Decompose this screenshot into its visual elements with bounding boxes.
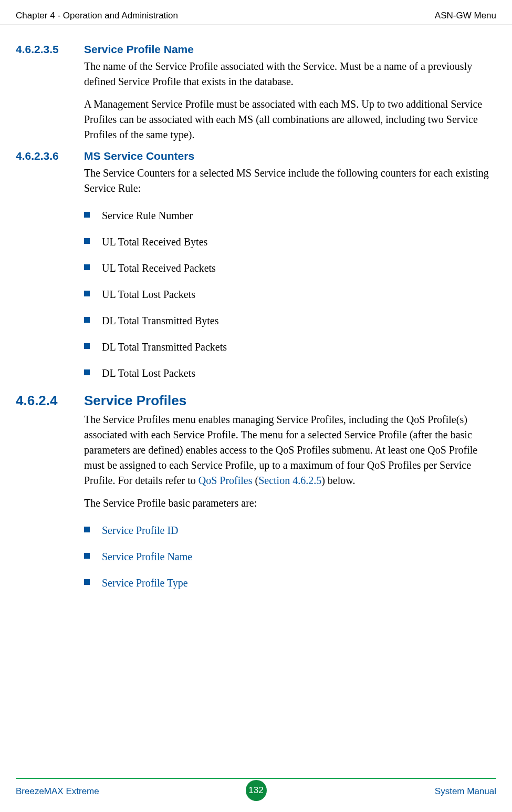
section-heading: 4.6.2.4 Service Profiles (16, 393, 496, 409)
section-body: The Service Profiles menu enables managi… (84, 412, 496, 511)
list-item: UL Total Lost Packets (84, 287, 496, 301)
paragraph: The Service Profiles menu enables managi… (84, 412, 496, 488)
xref-link[interactable]: Service Profile Type (102, 577, 188, 589)
section-heading: 4.6.2.3.6 MS Service Counters (16, 150, 496, 162)
paragraph: A Management Service Profile must be ass… (84, 97, 496, 142)
footer-rule (16, 778, 496, 779)
section-number: 4.6.2.3.6 (16, 150, 84, 162)
param-list: Service Profile ID Service Profile Name … (84, 523, 496, 590)
list-item: Service Profile Name (84, 550, 496, 563)
paragraph: The Service Profile basic parameters are… (84, 496, 496, 511)
section-title: Service Profile Name (84, 43, 194, 56)
text-run: ) below. (321, 475, 355, 486)
section-number: 4.6.2.3.5 (16, 43, 84, 56)
running-header: Chapter 4 - Operation and Administration… (0, 11, 512, 25)
section-body: The name of the Service Profile associat… (84, 59, 496, 142)
list-item: Service Rule Number (84, 209, 496, 222)
counter-list: Service Rule Number UL Total Received By… (84, 209, 496, 380)
page: Chapter 4 - Operation and Administration… (0, 0, 512, 812)
footer-doc-title: System Manual (435, 783, 496, 800)
list-item: UL Total Received Bytes (84, 235, 496, 249)
xref-link[interactable]: Service Profile Name (102, 551, 192, 562)
list-item: DL Total Lost Packets (84, 366, 496, 380)
header-chapter: Chapter 4 - Operation and Administration (16, 11, 178, 21)
xref-link[interactable]: Section 4.6.2.5 (258, 475, 321, 486)
section-body: The Service Counters for a selected MS S… (84, 166, 496, 196)
list-item: Service Profile Type (84, 576, 496, 590)
section-title: Service Profiles (84, 393, 186, 409)
list-item: Service Profile ID (84, 523, 496, 537)
footer-product: BreezeMAX Extreme (16, 783, 99, 800)
paragraph: The name of the Service Profile associat… (84, 59, 496, 89)
section-number: 4.6.2.4 (16, 393, 84, 409)
text-run: ( (253, 475, 259, 486)
list-item: DL Total Transmitted Bytes (84, 314, 496, 327)
list-item: UL Total Received Packets (84, 261, 496, 275)
list-item: DL Total Transmitted Packets (84, 340, 496, 354)
xref-link[interactable]: QoS Profiles (198, 475, 253, 486)
section-title: MS Service Counters (84, 150, 194, 162)
page-number-badge: 132 (246, 780, 267, 801)
section-heading: 4.6.2.3.5 Service Profile Name (16, 43, 496, 56)
page-footer: BreezeMAX Extreme 132 System Manual (0, 778, 512, 799)
xref-link[interactable]: Service Profile ID (102, 525, 179, 536)
paragraph: The Service Counters for a selected MS S… (84, 166, 496, 196)
header-menu: ASN-GW Menu (435, 11, 496, 21)
content-area: 4.6.2.3.5 Service Profile Name The name … (16, 37, 496, 602)
